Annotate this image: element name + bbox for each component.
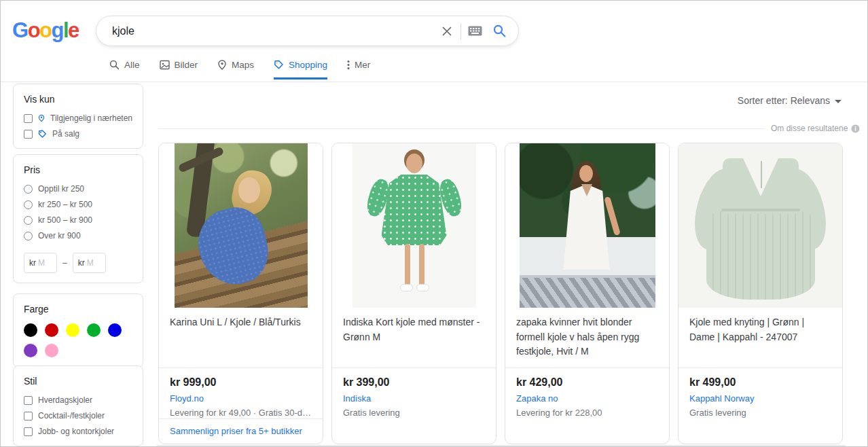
checkbox[interactable] [24, 396, 33, 405]
price-radio-row[interactable]: kr 250 – kr 500 [24, 200, 132, 209]
style-checkbox-row[interactable]: Cocktail-/festkjoler [24, 411, 132, 421]
checkbox[interactable] [24, 130, 33, 139]
product-photo-sage-dress [679, 143, 842, 308]
filter-available-nearby[interactable]: Tilgjengelig i nærheten [24, 113, 132, 123]
keyboard-icon[interactable] [463, 19, 487, 43]
radio[interactable] [24, 200, 33, 209]
more-vertical-icon [347, 60, 350, 70]
search-icon [109, 60, 120, 70]
radio[interactable] [24, 185, 33, 194]
logo-letter: l [63, 18, 68, 42]
filter-title: Farge [24, 304, 132, 315]
product-photo-white-dress [520, 143, 655, 308]
product-offer: kr 499,00 Kappahl Norway Gratis levering [679, 368, 842, 444]
radio[interactable] [24, 216, 33, 225]
shipping-info: Gratis levering [689, 408, 831, 418]
google-logo[interactable]: Google [12, 18, 79, 43]
logo-letter: G [12, 18, 28, 42]
product-photo-blue-dress [175, 143, 308, 308]
filter-card-color: Farge [13, 293, 143, 368]
merchant-link[interactable]: Floyd.no [170, 393, 312, 404]
product-offer: kr 429,00 Zapaka no Levering for kr 228,… [505, 368, 669, 444]
tab-bilder[interactable]: Bilder [160, 60, 198, 79]
map-pin-icon [217, 60, 227, 70]
tab-label: Alle [124, 60, 140, 70]
about-results-label: Om disse resultatene [771, 124, 848, 133]
price-max-input[interactable] [87, 258, 101, 268]
search-button-icon[interactable] [487, 19, 511, 43]
product-price: kr 399,00 [343, 376, 485, 389]
product-price: kr 499,00 [689, 376, 831, 389]
price-range-dash: – [62, 258, 67, 268]
price-radio-row[interactable]: kr 500 – kr 900 [24, 215, 132, 225]
sort-dropdown[interactable]: Sorter etter: Relevans [738, 95, 842, 106]
product-title[interactable]: Indiska Kort kjole med mønster - Grønn M [332, 308, 496, 368]
logo-letter: e [68, 18, 79, 42]
price-radio-row[interactable]: Opptil kr 250 [24, 184, 132, 194]
shipping-info: Gratis levering [343, 408, 485, 418]
search-bar [96, 16, 519, 46]
style-option-label: Hverdagskjoler [38, 395, 92, 405]
compare-prices-link[interactable]: Sammenlign priser fra 5+ butikker [159, 418, 323, 444]
product-title[interactable]: Karina Uni L / Kjole / Blå/Turkis [159, 308, 323, 368]
product-image[interactable] [332, 143, 496, 308]
logo-letter: o [28, 18, 39, 42]
checkbox[interactable] [24, 412, 33, 421]
tab-label: Mer [355, 60, 370, 70]
search-input[interactable] [96, 25, 435, 37]
tab-alle[interactable]: Alle [109, 60, 140, 79]
filter-card-style: Stil Hverdagskjoler Cocktail-/festkjoler… [13, 365, 143, 446]
tab-label: Maps [232, 60, 254, 70]
product-image[interactable] [679, 143, 842, 308]
product-card: Indiska Kort kjole med mønster - Grønn M… [331, 143, 496, 444]
product-title[interactable]: Kjole med knyting | Grønn | Dame | Kappa… [679, 308, 842, 368]
color-swatch-red[interactable] [45, 323, 58, 337]
location-pin-icon [38, 113, 45, 123]
color-swatch-purple[interactable] [24, 344, 37, 357]
style-checkbox-row[interactable]: Hverdagskjoler [24, 395, 132, 405]
merchant-link[interactable]: Kappahl Norway [689, 393, 831, 404]
sort-label: Sorter etter: Relevans [738, 95, 830, 106]
product-grid: Karina Uni L / Kjole / Blå/Turkis kr 999… [158, 143, 843, 444]
style-checkbox-row[interactable]: Jobb- og kontorkjoler [24, 427, 132, 436]
price-min-wrap: kr [24, 253, 57, 273]
color-swatch-black[interactable] [24, 323, 37, 337]
product-image[interactable] [159, 143, 323, 308]
price-option-label: kr 250 – kr 500 [38, 200, 92, 209]
style-option-label: Cocktail-/festkjoler [38, 411, 105, 421]
clear-icon[interactable] [435, 19, 459, 43]
filter-title: Stil [24, 376, 132, 387]
about-results-link[interactable]: Om disse resultatene [771, 124, 860, 133]
color-swatch-blue[interactable] [108, 323, 122, 337]
product-title[interactable]: zapaka kvinner hvit blonder formell kjol… [505, 308, 669, 368]
tab-shopping[interactable]: Shopping [274, 60, 327, 79]
product-image[interactable] [505, 143, 669, 308]
radio[interactable] [24, 232, 33, 240]
checkbox[interactable] [24, 427, 33, 436]
color-swatch-yellow[interactable] [66, 323, 79, 337]
color-swatch-green[interactable] [87, 323, 101, 337]
merchant-link[interactable]: Indiska [343, 393, 485, 404]
merchant-link[interactable]: Zapaka no [516, 393, 658, 404]
filter-title: Vis kun [24, 94, 132, 105]
results-divider [158, 128, 765, 129]
tab-mer[interactable]: Mer [347, 60, 370, 79]
price-radio-row[interactable]: Over kr 900 [24, 231, 132, 240]
price-option-label: Over kr 900 [38, 231, 81, 240]
filter-card-price: Pris Opptil kr 250 kr 250 – kr 500 kr 50… [13, 154, 143, 283]
product-price: kr 429,00 [516, 376, 658, 389]
price-option-label: kr 500 – kr 900 [38, 215, 92, 225]
filter-on-sale[interactable]: På salg [24, 129, 132, 139]
shipping-info: Levering for kr 49,00 · Gratis 30-dage… [170, 408, 312, 418]
currency-prefix: kr [78, 258, 85, 268]
product-offer: kr 999,00 Floyd.no Levering for kr 49,00… [159, 368, 323, 418]
product-card: zapaka kvinner hvit blonder formell kjol… [505, 143, 670, 444]
price-max-wrap: kr [73, 253, 106, 273]
color-swatch-pink[interactable] [45, 344, 58, 357]
price-min-input[interactable] [38, 258, 52, 268]
checkbox[interactable] [24, 114, 33, 123]
tag-icon [38, 130, 47, 139]
tab-maps[interactable]: Maps [217, 60, 254, 79]
result-type-tabs: Alle Bilder Maps Shopping Mer [109, 60, 370, 79]
info-icon [851, 124, 860, 133]
